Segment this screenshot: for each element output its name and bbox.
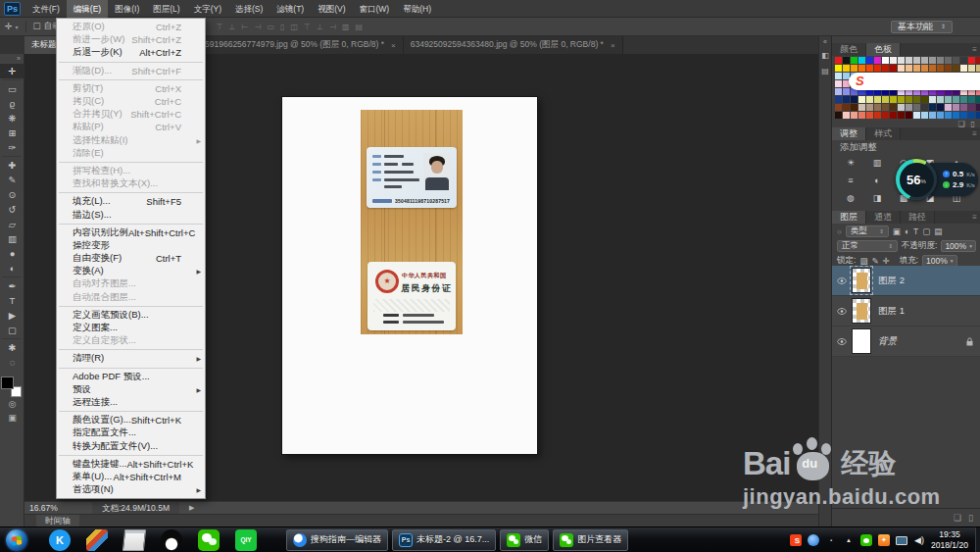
color-swatch[interactable] bbox=[929, 65, 936, 72]
layer-visibility-eye-icon[interactable] bbox=[832, 277, 852, 284]
color-swatch[interactable] bbox=[921, 96, 928, 103]
color-swatch[interactable] bbox=[843, 104, 850, 111]
color-swatch[interactable] bbox=[945, 65, 952, 72]
delete-layer-icon[interactable]: ▯ bbox=[968, 513, 973, 523]
color-swatch[interactable] bbox=[953, 96, 959, 103]
color-swatch[interactable] bbox=[866, 112, 873, 119]
menu-edit[interactable]: 编辑(E) bbox=[67, 0, 108, 18]
paint-tool-icon[interactable] bbox=[86, 529, 108, 551]
adjustments-tab[interactable]: 样式 bbox=[866, 127, 901, 140]
swatches-tab[interactable]: 色板 bbox=[866, 43, 901, 56]
edit-menu-item[interactable]: 合并拷贝(Y)Shift+Ctrl+C bbox=[57, 108, 205, 121]
document-tab[interactable]: 634925092594363480.jpg @ 50% (图层 0, RGB/… bbox=[404, 36, 623, 54]
zoom-tool[interactable]: ◌ bbox=[0, 355, 24, 370]
color-swatch[interactable] bbox=[976, 57, 980, 64]
edit-menu-item[interactable]: 拷贝(C)Ctrl+C bbox=[57, 95, 205, 108]
workspace-switcher[interactable]: 基本功能 ⇕ bbox=[891, 21, 953, 33]
color-balance-icon[interactable]: ◐ bbox=[866, 173, 888, 187]
color-swatch[interactable] bbox=[882, 57, 889, 64]
show-desktop-button[interactable] bbox=[975, 527, 980, 552]
color-swatch[interactable] bbox=[898, 112, 905, 119]
layers-tab[interactable]: 路径 bbox=[901, 211, 935, 224]
align-icon[interactable]: ⊤ bbox=[304, 23, 311, 31]
align-icon[interactable]: ⊤ bbox=[217, 23, 223, 31]
color-swatch[interactable] bbox=[890, 57, 897, 64]
healing-brush-tool[interactable]: ✚ bbox=[0, 158, 24, 173]
fill-field[interactable]: 100%▾ bbox=[922, 255, 957, 267]
color-swatch[interactable] bbox=[921, 112, 928, 119]
levels-icon[interactable]: ▥ bbox=[866, 155, 888, 170]
foreground-color-swatch[interactable] bbox=[2, 377, 13, 388]
color-swatch[interactable] bbox=[913, 104, 920, 111]
brightness-contrast-icon[interactable]: ☀ bbox=[840, 155, 861, 170]
color-swatch[interactable] bbox=[866, 104, 873, 111]
color-swatch[interactable] bbox=[890, 96, 897, 103]
color-swatch[interactable] bbox=[945, 57, 952, 64]
edit-menu-item[interactable]: 键盘快捷键...Alt+Shift+Ctrl+K bbox=[57, 458, 205, 471]
panel-menu-icon[interactable]: ≡ bbox=[972, 211, 980, 224]
edit-menu-item[interactable]: Adobe PDF 预设... bbox=[57, 371, 205, 383]
invert-icon[interactable]: ◨ bbox=[866, 190, 888, 205]
color-swatch[interactable] bbox=[851, 65, 858, 72]
edit-menu-item[interactable]: 定义自定形状... bbox=[57, 334, 205, 347]
color-swatch[interactable] bbox=[960, 112, 967, 119]
align-icon[interactable]: ▭ bbox=[268, 23, 275, 31]
color-swatch[interactable] bbox=[843, 88, 850, 95]
panel-menu-icon[interactable]: ≡ bbox=[972, 127, 980, 140]
color-swatch[interactable] bbox=[937, 112, 944, 119]
color-swatch[interactable] bbox=[874, 57, 881, 64]
brush-tool[interactable]: ✎ bbox=[0, 173, 24, 187]
color-swatch[interactable] bbox=[866, 65, 873, 72]
color-swatch[interactable] bbox=[929, 112, 936, 119]
blend-mode-select[interactable]: 正常⇕ bbox=[837, 240, 898, 252]
task-sogou-editor[interactable]: 搜狗指南—编辑器 bbox=[286, 529, 388, 551]
color-swatch[interactable] bbox=[968, 65, 975, 72]
quick-selection-tool[interactable]: ❋ bbox=[0, 111, 24, 125]
tool-preset-caret-icon[interactable]: ▾ bbox=[16, 24, 19, 30]
color-swatch[interactable] bbox=[929, 57, 936, 64]
opacity-field[interactable]: 100%▾ bbox=[941, 240, 976, 252]
edit-menu-item[interactable]: 菜单(U)...Alt+Shift+Ctrl+M bbox=[57, 471, 205, 483]
status-options-arrow-icon[interactable]: ▶ bbox=[189, 504, 194, 512]
color-swatch[interactable] bbox=[851, 104, 858, 111]
layer-filter-icon[interactable]: ◐ bbox=[905, 226, 909, 236]
color-swatch[interactable] bbox=[929, 104, 936, 111]
color-swatch[interactable] bbox=[866, 57, 873, 64]
color-swatch[interactable] bbox=[874, 104, 881, 111]
menu-file[interactable]: 文件(F) bbox=[25, 0, 67, 18]
hidden-icons-arrow[interactable]: ▲ bbox=[843, 534, 855, 546]
edit-menu-item[interactable]: 预设▶ bbox=[57, 383, 205, 396]
document-page[interactable]: 3504811198710287517 ★ 中华人民共和国 居民身份证 bbox=[282, 97, 537, 454]
layer-filter-type-select[interactable]: 类型⇕ bbox=[846, 226, 889, 237]
align-icon[interactable]: ⊣ bbox=[255, 23, 262, 31]
layers-tab[interactable]: 图层 bbox=[832, 211, 866, 224]
color-swatch[interactable] bbox=[906, 96, 912, 103]
pen-tool[interactable]: ✒ bbox=[0, 278, 24, 293]
document-tab[interactable]: 541591966256774979.jpg @ 50% (图层 0, RGB/… bbox=[184, 36, 404, 54]
edit-menu-item[interactable]: 内容识别比例Alt+Shift+Ctrl+C bbox=[57, 226, 205, 239]
lock-option-icon[interactable]: ✛ bbox=[883, 256, 890, 266]
color-swatch[interactable] bbox=[835, 57, 842, 64]
color-swatch[interactable] bbox=[882, 112, 889, 119]
color-swatch[interactable] bbox=[937, 57, 944, 64]
edit-menu-item[interactable]: 后退一步(K)Alt+Ctrl+Z bbox=[57, 46, 205, 59]
align-icon[interactable]: ◫ bbox=[290, 23, 298, 31]
color-swatch[interactable] bbox=[913, 112, 920, 119]
color-swatch[interactable] bbox=[921, 57, 928, 64]
layer-filter-icon[interactable]: T bbox=[913, 226, 918, 236]
color-swatch[interactable] bbox=[960, 57, 967, 64]
screen-mode-button[interactable]: ▣ bbox=[0, 411, 24, 425]
task-image-viewer[interactable]: 图片查看器 bbox=[553, 529, 628, 551]
lasso-tool[interactable]: ϱ bbox=[0, 96, 24, 111]
edit-menu-item[interactable]: 变换(A)▶ bbox=[57, 265, 205, 277]
color-swatch[interactable] bbox=[874, 112, 881, 119]
color-swatch[interactable] bbox=[945, 96, 952, 103]
edit-menu-item[interactable]: 填充(L)...Shift+F5 bbox=[57, 195, 205, 208]
quick-mask-button[interactable]: ◎ bbox=[0, 397, 24, 411]
tab-close-icon[interactable]: × bbox=[391, 41, 396, 50]
layers-tab[interactable]: 通道 bbox=[866, 211, 901, 224]
panel-menu-icon[interactable]: ≡ bbox=[972, 43, 980, 56]
color-swatch[interactable] bbox=[835, 65, 842, 72]
layer-filter-icon[interactable]: ▣ bbox=[893, 226, 901, 236]
edit-menu-item[interactable]: 粘贴(P)Ctrl+V bbox=[57, 121, 205, 133]
